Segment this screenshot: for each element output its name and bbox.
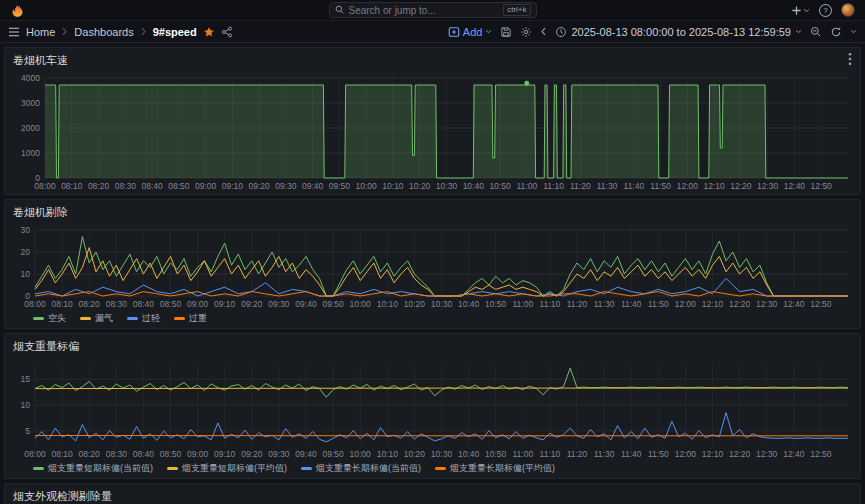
svg-text:10:00: 10:00 [350,449,372,459]
panel-rejects: 卷烟机剔除 08:0008:1008:2008:3008:4008:5009:0… [4,199,861,329]
svg-text:09:30: 09:30 [268,299,290,309]
save-icon[interactable] [500,26,512,38]
svg-text:11:50: 11:50 [648,299,669,309]
search-icon [335,5,344,16]
svg-text:09:20: 09:20 [248,181,270,191]
svg-text:10:20: 10:20 [409,181,431,191]
svg-text:11:20: 11:20 [567,449,588,459]
legend-item[interactable]: 烟支重量长期标偏(当前值) [301,462,421,475]
time-range-text: 2025-08-13 08:00:00 to 2025-08-13 12:59:… [571,26,791,38]
panel-weight-deviation: 烟支重量标偏 08:0008:1008:2008:3008:4008:5009:… [4,333,861,479]
svg-text:08:10: 08:10 [61,181,83,191]
new-menu-button[interactable] [791,5,810,16]
chevron-down-icon [795,28,802,35]
legend-item[interactable]: 过轻 [127,312,160,325]
svg-text:08:00: 08:00 [24,449,46,459]
svg-text:30: 30 [21,225,31,235]
settings-gear-icon[interactable] [520,26,532,38]
svg-text:2000: 2000 [21,123,40,133]
svg-text:12:50: 12:50 [810,299,832,309]
svg-text:0: 0 [25,291,30,301]
svg-text:08:30: 08:30 [106,449,128,459]
time-shift-back-icon[interactable] [540,27,547,36]
avatar[interactable] [841,3,855,17]
legend-swatch [80,317,91,320]
chevron-down-icon [485,28,492,35]
svg-text:10: 10 [21,400,31,410]
svg-text:11:30: 11:30 [594,449,615,459]
svg-text:08:20: 08:20 [88,181,110,191]
legend-item[interactable]: 空头 [33,312,66,325]
svg-text:09:50: 09:50 [329,181,351,191]
add-button[interactable]: Add [448,26,493,38]
grafana-logo[interactable] [10,3,25,18]
zoom-out-icon[interactable] [810,26,822,38]
legend-label: 过轻 [142,312,160,325]
breadcrumb-home[interactable]: Home [26,26,55,38]
legend-item[interactable]: 烟支重量短期标偏(平均值) [167,462,287,475]
dashboard-nav-bar: Home Dashboards 9#speed Add [0,21,865,43]
legend-swatch [127,317,138,320]
svg-text:10:50: 10:50 [485,299,507,309]
share-icon[interactable] [221,26,233,38]
svg-text:09:40: 09:40 [295,299,317,309]
svg-text:12:40: 12:40 [783,299,805,309]
legend-item[interactable]: 漏气 [80,312,113,325]
help-icon[interactable]: ? [819,4,832,17]
svg-text:09:00: 09:00 [195,181,217,191]
kebab-menu-icon[interactable] [848,52,852,68]
clock-icon [555,26,567,38]
legend-item[interactable]: 烟支重量长期标偏(平均值) [435,462,555,475]
svg-text:10:30: 10:30 [431,299,453,309]
legend-swatch [167,467,178,470]
svg-text:08:50: 08:50 [168,181,190,191]
panel-title[interactable]: 卷烟机剔除 [13,205,68,220]
svg-text:08:40: 08:40 [141,181,163,191]
legend-swatch [33,317,44,320]
chart-canvas-weight[interactable]: 08:0008:1008:2008:3008:4008:5009:0009:10… [9,358,856,460]
svg-text:08:40: 08:40 [133,449,155,459]
svg-text:10:40: 10:40 [458,299,480,309]
svg-text:09:10: 09:10 [214,449,236,459]
top-bar: Search or jump to... ctrl+k ? [0,0,865,21]
svg-text:11:00: 11:00 [516,181,537,191]
favorite-star-icon[interactable] [203,26,215,38]
svg-text:11:20: 11:20 [567,299,588,309]
panel-title[interactable]: 烟支外观检测剔除量 [13,489,112,504]
legend-item[interactable]: 烟支重量短期标偏(当前值) [33,462,153,475]
legend-swatch [174,317,185,320]
time-range-picker[interactable]: 2025-08-13 08:00:00 to 2025-08-13 12:59:… [555,26,802,38]
panel-body: 08:0008:1008:2008:3008:4008:5009:0009:10… [5,358,860,478]
panel-title[interactable]: 卷烟机车速 [13,53,68,68]
svg-text:12:10: 12:10 [702,299,724,309]
refresh-interval-dropdown[interactable] [850,28,857,35]
svg-text:09:40: 09:40 [302,181,324,191]
search-input[interactable]: Search or jump to... ctrl+k [329,2,537,18]
legend-item[interactable]: 过重 [174,312,207,325]
chart-canvas-rejects[interactable]: 08:0008:1008:2008:3008:4008:5009:0009:10… [9,224,856,310]
svg-text:10:10: 10:10 [382,181,404,191]
legend-label: 烟支重量短期标偏(平均值) [182,462,287,475]
breadcrumb-dashboards[interactable]: Dashboards [74,26,133,38]
svg-text:09:30: 09:30 [275,181,297,191]
svg-text:12:30: 12:30 [756,299,778,309]
svg-text:11:50: 11:50 [648,449,669,459]
svg-text:08:10: 08:10 [51,299,73,309]
svg-text:09:20: 09:20 [241,299,263,309]
svg-text:11:20: 11:20 [570,181,591,191]
panel-appearance-rejects: 烟支外观检测剔除量 [4,483,861,504]
svg-text:10: 10 [21,269,31,279]
refresh-icon[interactable] [830,26,842,38]
chart-canvas-speed[interactable]: 08:0008:1008:2008:3008:4008:5009:0009:10… [9,72,856,192]
svg-text:11:30: 11:30 [594,299,615,309]
svg-text:10:10: 10:10 [377,449,399,459]
panel-title[interactable]: 烟支重量标偏 [13,339,79,354]
menu-icon[interactable] [8,27,20,37]
svg-text:11:50: 11:50 [650,181,671,191]
svg-text:09:50: 09:50 [322,449,344,459]
svg-text:09:30: 09:30 [268,449,290,459]
svg-text:10:40: 10:40 [463,181,485,191]
svg-text:12:00: 12:00 [675,449,697,459]
legend-label: 漏气 [95,312,113,325]
svg-text:12:30: 12:30 [756,449,778,459]
